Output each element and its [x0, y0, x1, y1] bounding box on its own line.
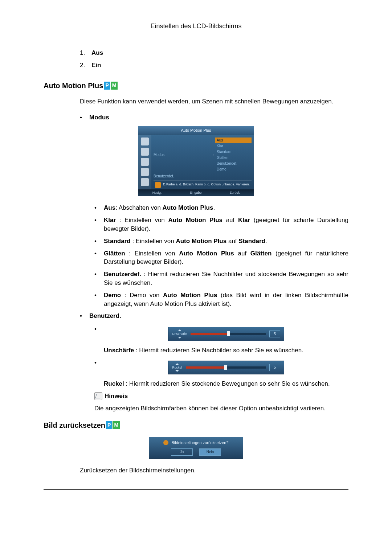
slider-value: 5 — [269, 331, 280, 337]
arrow-up-icon[interactable] — [178, 329, 181, 331]
info-icon: i — [163, 440, 168, 445]
t: : Einstellen von — [131, 238, 176, 245]
desc-standard: • Standard : Einstellen von Auto Motion … — [94, 237, 348, 246]
reset-description: Zurücksetzen der Bildschirmeinstellungen… — [80, 466, 348, 475]
osd-option[interactable]: Klar — [215, 143, 252, 149]
t: . — [265, 238, 267, 245]
arrow-down-icon[interactable] — [178, 337, 181, 338]
slider-thumb[interactable] — [227, 331, 230, 336]
osd-hint: D.Farbe a. d. Bildsch. Kann b. d. Option… — [154, 180, 252, 189]
slider-label: Unschärfe — [172, 332, 187, 336]
bullet-dot: • — [94, 358, 104, 388]
hinweis-label: Hinweis — [105, 392, 128, 401]
hinweis-text: Die angezeigten Bildschirmfarben können … — [94, 404, 348, 413]
bullet-dot: • — [80, 113, 89, 122]
bullet-modus: • Modus — [80, 113, 348, 122]
osd-option[interactable]: Glätten — [215, 155, 252, 161]
slider-value: 5 — [269, 364, 280, 371]
osd-option[interactable]: Standard — [215, 149, 252, 155]
hinweis-row: Hinweis — [94, 392, 348, 401]
b: Standard — [104, 238, 131, 245]
osd-icon-3 — [141, 158, 149, 166]
confirm-nein-button[interactable]: Nein — [199, 448, 221, 456]
section-heading-bild-zuruecksetzen: Bild zurücksetzen PM — [44, 420, 348, 430]
section-heading-auto-motion-plus: Auto Motion Plus PM — [44, 81, 348, 91]
b: Glätten — [250, 250, 272, 257]
t: : Abschalten von — [115, 204, 162, 211]
osd-footer-nav: Navig. — [152, 190, 162, 195]
b: Benutzerdef. — [104, 271, 141, 278]
m-icon: M — [113, 421, 120, 429]
osd-option[interactable]: Demo — [215, 167, 252, 172]
confirm-dialog-screenshot: i Bildeinstellungen zurücksetzen? Ja Nei… — [44, 437, 348, 459]
osd-options: Aus Klar Standard Glätten Benutzerdef. D… — [215, 138, 252, 172]
pm-badge-icon: PM — [104, 82, 118, 90]
t: : Hiermit reduzieren Sie stockende Beweg… — [124, 380, 330, 387]
bullet-dot: • — [94, 216, 104, 233]
b: Klar — [104, 217, 116, 223]
osd-footer-back: Zurück — [230, 190, 240, 195]
b: Unschärfe — [104, 347, 134, 354]
slider-thumb[interactable] — [224, 365, 227, 370]
slider2-item: • Ruckel 5 Ruckel : Hiermit reduzieren S… — [94, 358, 348, 388]
desc-aus: • Aus: Abschalten von Auto Motion Plus. — [94, 204, 348, 212]
modus-label: Modus — [89, 114, 109, 121]
desc-benutzerdef: • Benutzerdef. : Hiermit reduzieren Sie … — [94, 270, 348, 287]
footer-rule — [44, 489, 348, 490]
confirm-text: Bildeinstellungen zurücksetzen? — [171, 440, 228, 446]
slider1-item: • Unschärfe 5 Unschärfe : Hiermit reduzi… — [94, 325, 348, 354]
desc-glaetten: • Glätten : Einstellen von Auto Motion P… — [94, 249, 348, 267]
heading-text: Auto Motion Plus — [44, 81, 103, 91]
confirm-ja-button[interactable]: Ja — [171, 448, 193, 456]
b: Auto Motion Plus — [163, 204, 213, 211]
t: auf — [226, 238, 238, 245]
bullet-dot: • — [94, 237, 104, 246]
slider-track[interactable] — [191, 333, 266, 335]
benutzerd-label: Benutzerd. — [89, 312, 121, 319]
osd-option[interactable]: Benutzerdef. — [215, 161, 252, 167]
t: . — [213, 204, 215, 211]
osd-row-modus: Modus — [154, 152, 213, 157]
b: Auto Motion Plus — [179, 250, 234, 257]
bullet-dot: • — [94, 325, 104, 354]
osd-icon-4 — [141, 168, 149, 176]
b: Standard — [238, 238, 265, 245]
list-number: 2. — [80, 61, 87, 70]
numbered-list: 1. Aus 2. Ein — [80, 49, 348, 70]
t: auf — [222, 217, 238, 223]
bullet-dot: • — [94, 249, 104, 267]
bullet-benutzerd: • Benutzerd. — [80, 312, 348, 320]
b: Auto Motion Plus — [168, 217, 222, 223]
osd-icon-1 — [141, 138, 149, 145]
list-item: 1. Aus — [80, 49, 348, 57]
osd-sidebar-icons — [138, 135, 151, 189]
osd-option[interactable]: Aus — [215, 138, 252, 143]
b: Klar — [238, 217, 250, 223]
osd-footer: Navig. Eingabe Zurück — [138, 189, 254, 196]
b: Glätten — [104, 250, 125, 257]
t: : Hiermit reduzieren Sie Nachbilder so s… — [134, 347, 303, 354]
osd-footer-enter: Eingabe — [189, 190, 201, 195]
m-icon: M — [111, 82, 118, 90]
arrow-up-icon[interactable] — [175, 363, 179, 365]
osd-hint-text: D.Farbe a. d. Bildsch. Kann b. d. Option… — [163, 182, 250, 187]
heading-text: Bild zurücksetzen — [44, 420, 105, 430]
t: : Demo von — [121, 292, 163, 299]
t: : Einstellen von — [125, 250, 179, 257]
arrow-down-icon[interactable] — [175, 370, 179, 372]
slider-track[interactable] — [186, 366, 266, 369]
p-icon: P — [106, 421, 112, 429]
p-icon: P — [104, 82, 110, 90]
osd-icon-5 — [141, 178, 149, 186]
intro-paragraph: Diese Funktion kann verwendet werden, um… — [80, 97, 348, 106]
osd-screenshot: Auto Motion Plus Modus : Aus Klar Standa… — [44, 126, 348, 196]
list-label: Ein — [91, 61, 101, 70]
note-icon — [94, 392, 102, 400]
list-item: 2. Ein — [80, 61, 348, 70]
bullet-dot: • — [94, 204, 104, 212]
t: : Einstellen von — [116, 217, 168, 223]
list-label: Aus — [91, 49, 103, 57]
desc-demo: • Demo : Demo von Auto Motion Plus (das … — [94, 291, 348, 308]
b: Ruckel — [104, 380, 124, 387]
pm-badge-icon: PM — [106, 421, 120, 429]
